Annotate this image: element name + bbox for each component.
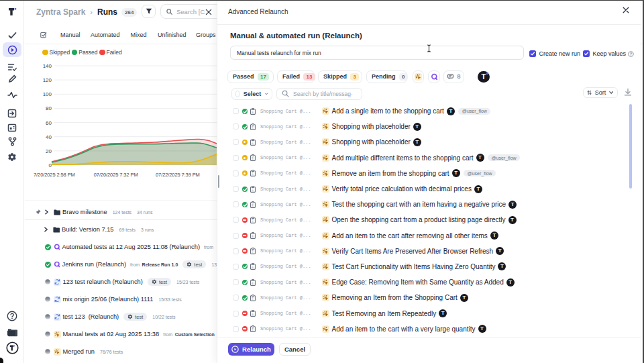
svg-text:140: 140 [43, 63, 52, 69]
svg-text:100: 100 [43, 91, 52, 97]
svg-text:80: 80 [46, 105, 52, 111]
svg-text:07/22/2025 7:39 PM: 07/22/2025 7:39 PM [156, 172, 200, 178]
svg-text:07/20/2025 7:32 PM: 07/20/2025 7:32 PM [94, 172, 138, 178]
svg-text:0: 0 [49, 162, 52, 168]
svg-text:120: 120 [43, 77, 52, 83]
svg-text:60: 60 [46, 120, 52, 126]
svg-text:7/20/2025 2:58 PM: 7/20/2025 2:58 PM [34, 172, 75, 178]
svg-text:20: 20 [46, 148, 52, 154]
svg-text:40: 40 [46, 134, 52, 140]
